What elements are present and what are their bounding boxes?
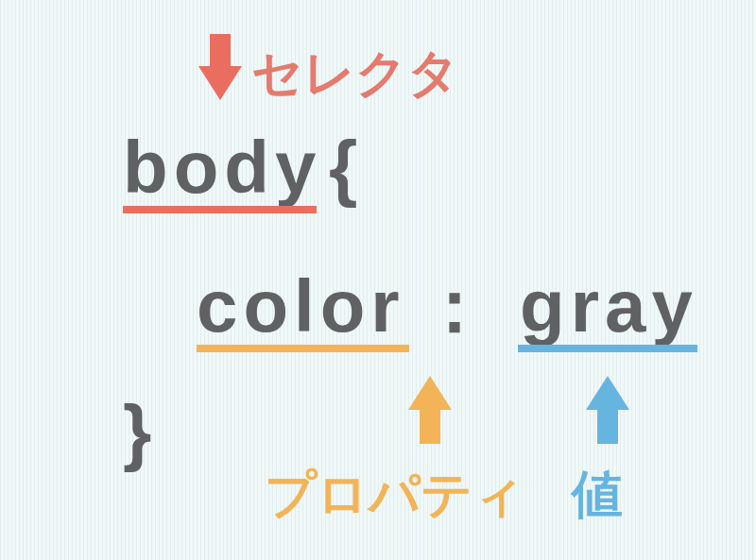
code-value: gray (520, 269, 698, 343)
underline-property (197, 345, 409, 352)
css-anatomy-diagram: セレクタ body { color ： gray } プロパティ 値 (0, 0, 756, 560)
label-value: 値 (572, 468, 623, 519)
code-property: color (197, 269, 405, 343)
code-selector: body (123, 130, 321, 204)
code-open-brace: { (329, 130, 363, 204)
underline-value (518, 345, 697, 352)
code-colon: ： (418, 269, 491, 343)
code-close-brace: } (123, 395, 157, 468)
label-property: プロパティ (265, 468, 524, 519)
arrow-down-icon (198, 34, 242, 102)
underline-selector (123, 206, 317, 213)
label-selector: セレクタ (251, 47, 459, 98)
arrow-up-icon (408, 376, 452, 444)
arrow-up-icon (586, 376, 629, 444)
